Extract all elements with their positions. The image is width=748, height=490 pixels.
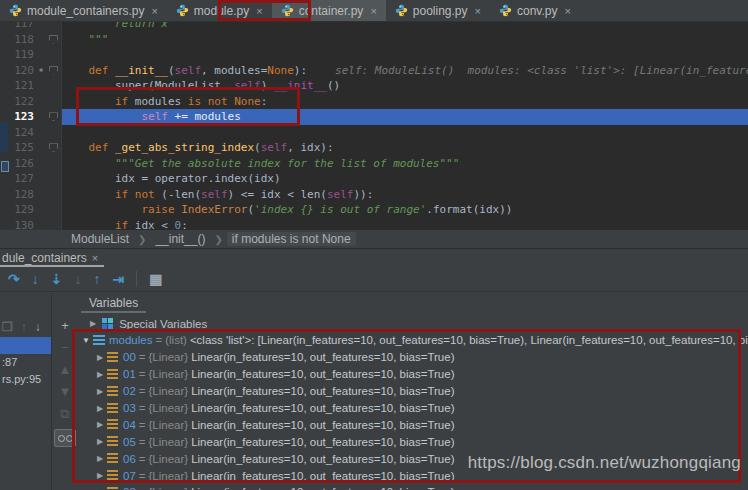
variable-row-01[interactable]: ▶01={Linear}Linear(in_features=10, out_f… [78, 366, 748, 383]
variable-value: Linear(in_features=10, out_features=10, … [191, 470, 454, 482]
collapse-arrow-icon[interactable]: ▼ [80, 336, 92, 345]
object-variable-icon [107, 470, 118, 481]
gutter-space [36, 156, 46, 172]
expand-arrow-icon[interactable]: ▶ [90, 319, 96, 328]
variable-value: <class 'list'>: [Linear(in_features=10, … [190, 334, 748, 346]
stack-frame-row[interactable] [0, 337, 51, 354]
line-number: 117 [0, 22, 36, 32]
tab-close-icon[interactable]: × [370, 5, 376, 17]
fold-marker-icon[interactable] [46, 140, 62, 156]
move-down-icon[interactable]: ▼ [59, 385, 72, 398]
breadcrumb-class[interactable]: ModuleList [66, 232, 134, 246]
force-step-into-icon[interactable]: ⇣ [51, 272, 63, 286]
stack-frame-row[interactable]: :87 [0, 354, 51, 371]
window-icon[interactable]: ❐ [2, 320, 13, 334]
expand-arrow-icon[interactable]: ▶ [94, 471, 106, 480]
equals-sign: = [139, 486, 146, 490]
variable-name: 02 [123, 385, 136, 397]
variable-type: (list) [165, 334, 187, 346]
step-into-icon[interactable]: ↓ [32, 272, 39, 286]
breadcrumb-method[interactable]: __init__() [150, 232, 210, 246]
tab-close-icon[interactable]: × [92, 252, 98, 264]
frame-up-icon[interactable]: ↑ [21, 320, 27, 334]
variable-name: 07 [123, 470, 136, 482]
expand-arrow-icon[interactable]: ▶ [94, 404, 106, 413]
duplicate-icon[interactable]: ⧉ [60, 407, 69, 420]
watermark-text: https://blog.csdn.net/wuzhongqiang [468, 453, 741, 473]
editor-tab-module_containers-py[interactable]: module_containers.py× [0, 0, 167, 21]
editor-tab-container-py[interactable]: container.py× [272, 0, 386, 21]
variable-name: 00 [123, 351, 136, 363]
code-text: def __init__(self, modules=None):self: M… [62, 63, 748, 79]
run-to-cursor-icon[interactable]: ⇥ [112, 272, 124, 286]
line-number: 129 [0, 202, 36, 218]
object-variable-icon [107, 386, 118, 397]
debug-step-toolbar: ↷↓⇣↓↑⇥▦ [0, 267, 748, 292]
gutter-space [36, 78, 46, 94]
debug-tab-module-containers[interactable]: dule_containers × [0, 249, 104, 267]
fold-marker-icon[interactable] [46, 109, 62, 125]
expand-arrow-icon[interactable]: ▶ [94, 420, 106, 429]
variable-value: Linear(in_features=10, out_features=10, … [191, 368, 454, 380]
fold-column [46, 218, 62, 231]
remove-watch-icon[interactable]: − [61, 341, 69, 354]
pycharm-debug-window: module_containers.py×module.py×container… [0, 0, 748, 490]
tab-variables[interactable]: Variables [81, 296, 146, 310]
code-line-127: 127 idx = operator.index(idx) [0, 171, 748, 187]
variable-row-04[interactable]: ▶04={Linear}Linear(in_features=10, out_f… [78, 416, 748, 433]
expand-arrow-icon[interactable]: ▶ [94, 353, 106, 362]
variable-row-00[interactable]: ▶00={Linear}Linear(in_features=10, out_f… [78, 349, 748, 366]
expand-arrow-icon[interactable]: ▶ [94, 387, 106, 396]
line-number: 121 [0, 78, 36, 94]
tab-close-icon[interactable]: × [151, 5, 157, 17]
code-line-117: 117 return x [0, 22, 748, 32]
code-line-123: 123 self += modules [0, 109, 748, 125]
code-line-122: 122 if modules is not None: [0, 94, 748, 110]
tab-close-icon[interactable]: × [475, 5, 481, 17]
variable-row-modules[interactable]: ▼modules=(list)<class 'list'>: [Linear(i… [78, 332, 748, 349]
tab-close-icon[interactable]: × [256, 5, 262, 17]
fold-marker-icon[interactable] [46, 63, 62, 79]
equals-sign: = [155, 334, 162, 346]
editor-tab-pooling-py[interactable]: pooling.py× [386, 0, 490, 21]
breadcrumb-statement[interactable]: if modules is not None [227, 232, 356, 246]
code-editor[interactable]: 117 return x118 """119120✱ def __init__(… [0, 22, 748, 230]
object-variable-icon [107, 352, 118, 363]
expand-arrow-icon[interactable]: ▶ [94, 437, 106, 446]
code-text: if idx < 0: [62, 218, 188, 231]
tab-close-icon[interactable]: × [564, 5, 570, 17]
show-watches-icon[interactable] [54, 429, 76, 447]
code-line-119: 119 [0, 47, 748, 63]
code-line-129: 129 raise IndexError('index {} is out of… [0, 202, 748, 218]
variable-row-02[interactable]: ▶02={Linear}Linear(in_features=10, out_f… [78, 383, 748, 400]
line-number: 122 [0, 94, 36, 110]
variable-row-08[interactable]: ▶08={Linear}Linear(in_features=10, out_f… [78, 484, 748, 490]
evaluate-expression-icon[interactable]: ▦ [149, 272, 162, 286]
fold-marker-icon[interactable] [46, 32, 62, 48]
fold-column [46, 171, 62, 187]
step-out-icon[interactable]: ↑ [93, 272, 100, 286]
smart-step-into-icon[interactable]: ↓ [74, 272, 81, 286]
object-variable-icon [107, 419, 118, 430]
frame-down-icon[interactable]: ↓ [35, 320, 41, 334]
move-up-icon[interactable]: ▲ [59, 363, 72, 376]
expand-arrow-icon[interactable]: ▶ [94, 370, 106, 379]
step-over-icon[interactable]: ↷ [8, 272, 20, 286]
code-line-126: 126 """Get the absolute index for the li… [0, 156, 748, 172]
variable-row-03[interactable]: ▶03={Linear}Linear(in_features=10, out_f… [78, 400, 748, 417]
editor-tab-module-py[interactable]: module.py× [167, 0, 272, 21]
fold-column [46, 202, 62, 218]
add-watch-icon[interactable]: + [61, 319, 69, 332]
expand-arrow-icon[interactable]: ▶ [94, 454, 106, 463]
special-variables-row[interactable]: ▶ Special Variables [78, 315, 748, 332]
variable-name: 04 [123, 419, 136, 431]
editor-tab-bar: module_containers.py×module.py×container… [0, 0, 748, 22]
breadcrumb: ModuleList ❯ __init__() ❯ if modules is … [0, 230, 748, 248]
variable-value: Linear(in_features=10, out_features=10, … [191, 419, 454, 431]
editor-tab-conv-py[interactable]: conv.py× [490, 0, 580, 21]
code-line-130: 130 if idx < 0: [0, 218, 748, 231]
gutter-space [36, 171, 46, 187]
variable-row-05[interactable]: ▶05={Linear}Linear(in_features=10, out_f… [78, 433, 748, 450]
stack-frame-row[interactable]: rs.py:95 [0, 371, 51, 388]
python-file-icon [281, 4, 294, 17]
